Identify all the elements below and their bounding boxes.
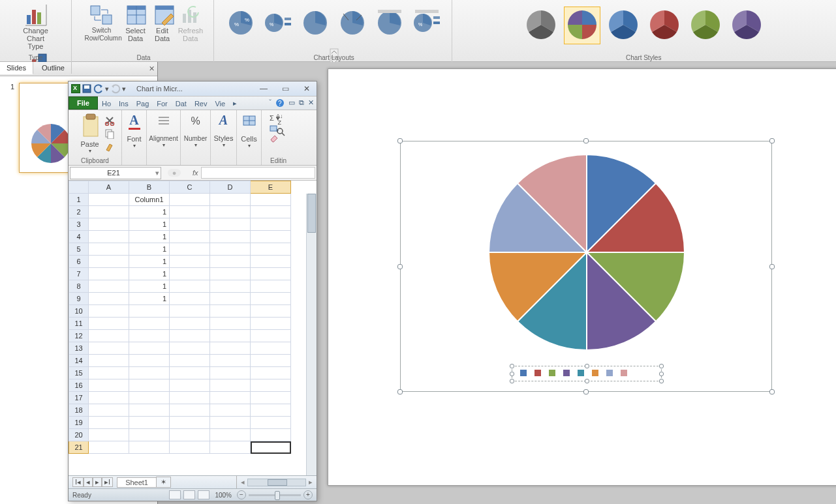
cell-E17[interactable]	[251, 392, 291, 404]
chart-layout-1[interactable]: %%	[224, 7, 257, 40]
cell-A11[interactable]	[89, 318, 129, 330]
tab-slides[interactable]: Slides	[0, 62, 33, 74]
menu-overflow[interactable]: ▸	[229, 97, 241, 110]
menu-page[interactable]: Pag	[132, 98, 153, 110]
select-all-corner[interactable]	[69, 181, 89, 194]
chart-style-6[interactable]	[728, 7, 765, 44]
cell-C16[interactable]	[170, 379, 210, 392]
cell-A9[interactable]	[89, 293, 129, 305]
row-header-3[interactable]: 3	[69, 218, 89, 231]
col-header-D[interactable]: D	[210, 181, 251, 194]
legend-swatch-3[interactable]	[549, 370, 555, 376]
cell-E18[interactable]	[251, 404, 291, 417]
cell-B16[interactable]	[129, 379, 170, 392]
cell-D1[interactable]	[210, 194, 251, 206]
col-header-B[interactable]: B	[129, 181, 170, 194]
cell-A17[interactable]	[89, 392, 129, 404]
cell-C18[interactable]	[170, 404, 210, 417]
excel-window[interactable]: ▾ ▾ Chart in Micr... — ▭ ✕ File Ho Ins P…	[68, 81, 317, 501]
cell-B6[interactable]: 1	[129, 256, 170, 268]
cell-C11[interactable]	[170, 318, 210, 330]
row-header-16[interactable]: 16	[69, 379, 89, 392]
cell-D17[interactable]	[210, 392, 251, 404]
cell-B4[interactable]: 1	[129, 231, 170, 243]
switch-row-col-button[interactable]: Switch Row/Column	[82, 1, 120, 50]
cell-D13[interactable]	[210, 342, 251, 355]
cell-A6[interactable]	[89, 256, 129, 268]
cell-D5[interactable]	[210, 243, 251, 256]
cell-E6[interactable]	[251, 256, 291, 268]
cell-E15[interactable]	[251, 367, 291, 379]
cell-E19[interactable]	[251, 417, 291, 429]
cell-B10[interactable]	[129, 305, 170, 318]
chart-layout-5[interactable]	[373, 7, 406, 40]
edit-data-button[interactable]: Edit Data	[151, 1, 174, 50]
col-header-A[interactable]: A	[89, 181, 129, 194]
cell-A1[interactable]	[89, 194, 129, 206]
zoom-slider[interactable]	[249, 494, 301, 496]
cell-D21[interactable]	[210, 441, 251, 454]
cell-C1[interactable]	[170, 194, 210, 206]
cell-C20[interactable]	[170, 429, 210, 441]
cell-E21[interactable]	[251, 441, 291, 454]
alignment-group[interactable]	[156, 113, 172, 130]
cell-D15[interactable]	[210, 367, 251, 379]
chart-layout-3[interactable]	[299, 7, 332, 40]
help-icon[interactable]: ?	[275, 98, 285, 108]
sheet-nav-next[interactable]: ▸	[93, 477, 102, 487]
legend-swatch-1[interactable]	[520, 370, 527, 376]
fx-icon[interactable]: fx	[193, 169, 198, 177]
redo-icon[interactable]	[110, 83, 121, 94]
menu-file[interactable]: File	[69, 96, 98, 110]
cell-A18[interactable]	[89, 404, 129, 417]
cell-E2[interactable]	[251, 206, 291, 218]
view-normal-button[interactable]	[169, 490, 181, 499]
legend-swatch-7[interactable]	[606, 370, 613, 376]
cell-A7[interactable]	[89, 268, 129, 280]
cell-A10[interactable]	[89, 305, 129, 318]
cell-C21[interactable]	[170, 441, 210, 454]
cell-B2[interactable]: 1	[129, 206, 170, 218]
row-header-4[interactable]: 4	[69, 231, 89, 243]
legend-swatch-5[interactable]	[578, 370, 584, 376]
cell-C14[interactable]	[170, 355, 210, 367]
formula-bar[interactable]	[201, 167, 315, 179]
undo-icon[interactable]	[93, 83, 104, 94]
row-header-19[interactable]: 19	[69, 417, 89, 429]
copy-icon[interactable]	[104, 128, 115, 139]
cell-D8[interactable]	[210, 280, 251, 293]
cell-A12[interactable]	[89, 330, 129, 342]
row-header-11[interactable]: 11	[69, 318, 89, 330]
excel-titlebar[interactable]: ▾ ▾ Chart in Micr... — ▭ ✕	[69, 82, 317, 96]
cell-C4[interactable]	[170, 231, 210, 243]
cell-E16[interactable]	[251, 379, 291, 392]
horizontal-scrollbar[interactable]: ◂ ▸	[236, 476, 317, 488]
row-header-1[interactable]: 1	[69, 194, 89, 206]
chart-style-4[interactable]	[646, 7, 683, 44]
col-header-E[interactable]: E	[251, 181, 291, 194]
paste-button[interactable]: Paste ▾	[76, 113, 104, 154]
chart-object[interactable]	[400, 141, 772, 392]
cell-C2[interactable]	[170, 206, 210, 218]
cell-E5[interactable]	[251, 243, 291, 256]
cell-B12[interactable]	[129, 330, 170, 342]
vertical-scrollbar[interactable]	[306, 194, 317, 475]
minimise-button[interactable]: —	[256, 84, 271, 93]
cell-D2[interactable]	[210, 206, 251, 218]
cell-A2[interactable]	[89, 206, 129, 218]
cell-E14[interactable]	[251, 355, 291, 367]
resize-handle[interactable]	[583, 138, 589, 143]
menu-review[interactable]: Rev	[191, 98, 211, 110]
chart-layout-2[interactable]: %	[262, 7, 294, 40]
font-group[interactable]: A	[129, 113, 140, 130]
zoom-out-button[interactable]: −	[237, 490, 246, 499]
row-header-5[interactable]: 5	[69, 243, 89, 256]
cell-A20[interactable]	[89, 429, 129, 441]
chart-style-5[interactable]	[687, 7, 724, 44]
cell-B3[interactable]: 1	[129, 218, 170, 231]
resize-handle[interactable]	[397, 138, 403, 143]
cell-C19[interactable]	[170, 417, 210, 429]
undo-dropdown[interactable]: ▾	[105, 85, 109, 93]
cell-E12[interactable]	[251, 330, 291, 342]
cell-D14[interactable]	[210, 355, 251, 367]
